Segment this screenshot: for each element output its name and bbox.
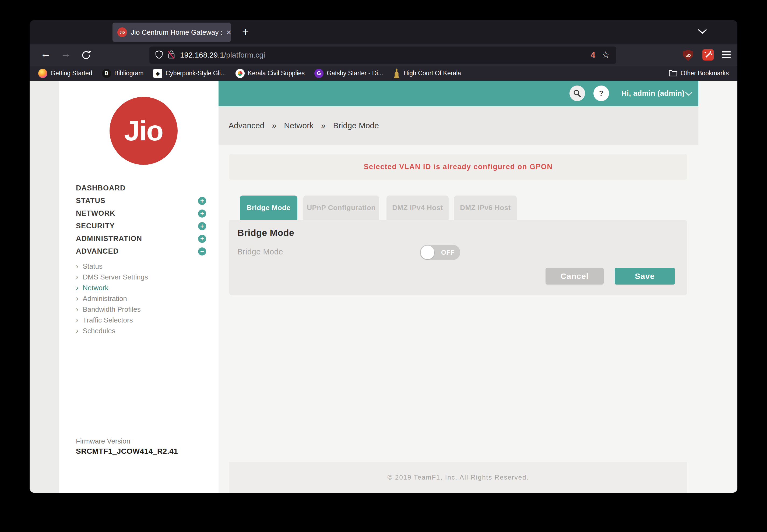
- user-menu[interactable]: Hi, admin (admin): [621, 81, 685, 106]
- bookmark-label: Kerala Civil Supplies: [248, 70, 305, 77]
- sidebar-item-status[interactable]: STATUS +: [76, 194, 206, 207]
- subitem-label: Traffic Selectors: [83, 316, 133, 324]
- bookmark-star-icon[interactable]: ☆: [602, 49, 610, 60]
- bibliogram-icon: B: [102, 69, 111, 78]
- wand-extension-icon[interactable]: [702, 49, 714, 61]
- bookmark-item[interactable]: ◆ Cyberpunk-Style Gli...: [153, 69, 226, 78]
- bookmark-item[interactable]: High Court Of Kerala: [393, 69, 461, 78]
- tab-dmz-ipv4-host[interactable]: DMZ IPv4 Host: [387, 196, 449, 220]
- browser-window: Jio Jio Centrum Home Gateway : × + ← → 1…: [30, 20, 737, 493]
- urlbar-counter-badge: 4: [591, 50, 595, 60]
- chevron-right-icon: ›: [76, 294, 78, 303]
- gatsby-icon: G: [314, 69, 323, 78]
- sidebar-subitem-dms-server-settings[interactable]: › DMS Server Settings: [76, 272, 148, 282]
- browser-tab[interactable]: Jio Jio Centrum Home Gateway : ×: [112, 23, 231, 42]
- bookmark-item[interactable]: Getting Started: [38, 69, 92, 78]
- breadcrumb-advanced[interactable]: Advanced: [228, 121, 264, 130]
- sidebar-item-administration[interactable]: ADMINISTRATION +: [76, 232, 206, 245]
- chevron-right-icon: ›: [76, 262, 78, 271]
- bookmark-label: Cyberpunk-Style Gli...: [165, 70, 226, 77]
- expand-plus-icon[interactable]: +: [198, 235, 206, 243]
- new-tab-button[interactable]: +: [237, 23, 254, 41]
- toggle-knob: [421, 246, 435, 259]
- sidebar-subitem-schedules[interactable]: › Schedules: [76, 325, 115, 336]
- url-text[interactable]: 192.168.29.1/platform.cgi: [180, 51, 265, 59]
- subitem-label: Administration: [83, 295, 127, 303]
- other-bookmarks-label: Other Bookmarks: [681, 70, 729, 77]
- breadcrumb-network[interactable]: Network: [284, 121, 313, 130]
- wand-sparkle: [711, 54, 712, 55]
- alert-message: Selected VLAN ID is already configured o…: [229, 154, 687, 180]
- chevron-right-icon: ›: [76, 283, 78, 292]
- kerala-civil-supplies-icon: [235, 69, 245, 78]
- sidebar-subitem-network[interactable]: › Network: [76, 282, 108, 293]
- save-button[interactable]: Save: [615, 268, 675, 285]
- expand-plus-icon[interactable]: +: [198, 197, 206, 205]
- forward-button[interactable]: →: [61, 48, 71, 60]
- bridge-mode-toggle[interactable]: OFF: [420, 245, 460, 260]
- sidebar-item-label: ADMINISTRATION: [76, 235, 142, 243]
- sidebar-item-label: SECURITY: [76, 222, 115, 230]
- tab-dmz-ipv6-host[interactable]: DMZ IPv6 Host: [454, 196, 517, 220]
- search-button[interactable]: [570, 86, 585, 101]
- reload-button[interactable]: [81, 50, 91, 62]
- sidebar: Jio DASHBOARD STATUS + NETWORK + SECURIT…: [59, 81, 218, 493]
- sidebar-subitem-administration[interactable]: › Administration: [76, 293, 127, 304]
- browser-toolbar: ← → 192.168.29.1/platform.cgi 4 ☆ uO: [30, 44, 737, 66]
- breadcrumb: Advanced » Network » Bridge Mode: [218, 106, 698, 145]
- firmware-version-label: Firmware Version: [76, 437, 130, 445]
- url-bar[interactable]: 192.168.29.1/platform.cgi 4 ☆: [149, 47, 616, 64]
- tab-bridge-mode[interactable]: Bridge Mode: [240, 196, 297, 220]
- jio-favicon-icon: Jio: [117, 27, 127, 37]
- sidebar-item-security[interactable]: SECURITY +: [76, 220, 206, 232]
- bookmark-label: Bibliogram: [114, 70, 144, 77]
- sidebar-item-advanced[interactable]: ADVANCED −: [76, 245, 206, 258]
- bookmark-label: High Court Of Kerala: [404, 70, 461, 77]
- subitem-label: Bandwidth Profiles: [83, 305, 140, 314]
- bookmark-item[interactable]: Kerala Civil Supplies: [235, 69, 305, 78]
- wand-bar: [705, 52, 711, 58]
- expand-plus-icon[interactable]: +: [198, 210, 206, 218]
- url-path: /platform.cgi: [224, 51, 265, 59]
- cyberpunk-icon: ◆: [153, 69, 162, 78]
- app-header: ? Hi, admin (admin): [218, 81, 698, 106]
- insecure-lock-icon[interactable]: [168, 50, 175, 60]
- expand-plus-icon[interactable]: +: [198, 222, 206, 230]
- ublock-extension-icon[interactable]: uO: [683, 50, 693, 61]
- bookmark-item[interactable]: G Gatsby Starter - Di...: [314, 69, 383, 78]
- cancel-button[interactable]: Cancel: [546, 268, 604, 285]
- bookmarks-bar: Getting Started B Bibliogram ◆ Cyberpunk…: [30, 66, 737, 81]
- subitem-label: Status: [83, 262, 102, 271]
- tab-title: Jio Centrum Home Gateway :: [131, 28, 222, 37]
- bookmark-label: Getting Started: [51, 70, 92, 77]
- tab-close-icon[interactable]: ×: [226, 27, 231, 37]
- list-tabs-chevron-icon[interactable]: [697, 28, 708, 36]
- page-left-gutter: [30, 81, 59, 493]
- sidebar-item-dashboard[interactable]: DASHBOARD: [76, 182, 206, 194]
- collapse-minus-icon[interactable]: −: [198, 247, 206, 256]
- sidebar-subitem-status[interactable]: › Status: [76, 261, 102, 272]
- sidebar-subitem-bandwidth-profiles[interactable]: › Bandwidth Profiles: [76, 304, 141, 315]
- breadcrumb-current: Bridge Mode: [333, 121, 379, 130]
- chevron-right-icon: ›: [76, 316, 78, 324]
- sidebar-item-network[interactable]: NETWORK +: [76, 207, 206, 220]
- wand-sparkle: [710, 51, 711, 52]
- shield-icon[interactable]: [155, 50, 163, 60]
- wand-sparkle: [705, 52, 706, 53]
- chevron-right-icon: ›: [76, 273, 78, 281]
- other-bookmarks[interactable]: Other Bookmarks: [669, 69, 729, 78]
- subitem-label: Network: [83, 284, 108, 292]
- sidebar-item-label: DASHBOARD: [76, 184, 126, 192]
- menu-hamburger-icon[interactable]: [722, 51, 731, 58]
- firefox-bookmark-icon: [38, 69, 47, 78]
- subitem-label: Schedules: [83, 327, 115, 335]
- back-button[interactable]: ←: [40, 48, 51, 60]
- chevron-down-icon[interactable]: [685, 91, 693, 97]
- toggle-state-label: OFF: [441, 245, 455, 260]
- bookmark-item[interactable]: B Bibliogram: [102, 69, 144, 78]
- breadcrumb-separator: »: [321, 121, 325, 130]
- tab-upnp-configuration[interactable]: UPnP Configuration: [303, 196, 379, 220]
- help-button[interactable]: ?: [593, 86, 609, 101]
- panel-title: Bridge Mode: [237, 228, 294, 238]
- sidebar-subitem-traffic-selectors[interactable]: › Traffic Selectors: [76, 315, 133, 325]
